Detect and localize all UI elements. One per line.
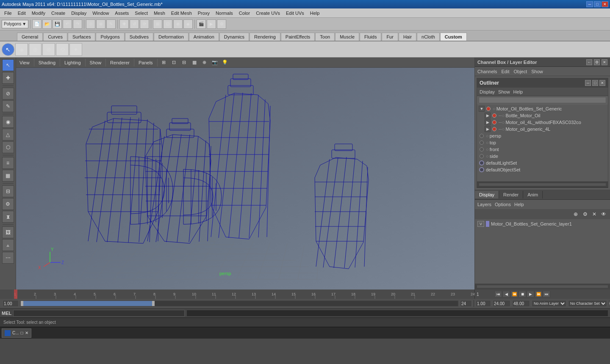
shelf-icon-select[interactable]: ↖ [2,43,14,56]
render-settings-button[interactable]: ⚙ [217,19,226,29]
tree-label-top[interactable]: top [490,140,606,145]
tree-expand-4[interactable]: ▶ [485,126,491,132]
select-tool-button[interactable]: ⊹ [86,19,95,29]
menu-file[interactable]: File [2,10,14,17]
outliner-maximize[interactable]: □ [592,80,598,86]
shelf-icon-1[interactable]: ◈ [15,43,28,56]
menu-normals[interactable]: Normals [213,10,236,17]
anim-end-display[interactable] [460,300,472,307]
vt-view[interactable]: View [18,60,31,66]
outliner-help[interactable]: Help [513,89,523,94]
mode-dropdown[interactable]: Polygons ▼ [2,20,28,28]
history[interactable]: ⧗ [2,211,14,223]
shelf-tab-toon[interactable]: Toon [315,33,335,41]
close-button[interactable]: ✕ [602,1,608,7]
tree-item-persp[interactable]: ○ persp [478,132,607,139]
vt-renderer[interactable]: Renderer [108,60,131,66]
select-tool-lt[interactable]: ↖ [2,59,14,71]
vt-lighting[interactable]: Lighting [63,60,83,66]
tree-item-front[interactable]: ○ front [478,146,607,153]
outliner-show[interactable]: Show [498,89,510,94]
vt-show[interactable]: Show [88,60,103,66]
tree-item-default-object[interactable]: defaultObjectSet [478,166,607,173]
tree-item-motor-oil-set[interactable]: ▼ ○ Motor_Oil_Bottles_Set_Generic [478,105,607,112]
character-set-select[interactable]: No Character Set [568,300,607,307]
render-lt[interactable]: 🖼 [2,226,14,238]
layer-vis-btn[interactable]: V [477,221,484,227]
menu-modify[interactable]: Modify [29,10,48,17]
hyper-graph[interactable]: ⟁ [2,239,14,251]
taskbar-close-1[interactable]: ✕ [25,331,28,335]
layer-scroll-track[interactable] [477,285,608,288]
tree-expand-2[interactable]: ▶ [485,113,491,119]
title-bar-controls[interactable]: ─ □ ✕ [586,1,608,7]
shelf-tab-deformation[interactable]: Deformation [154,33,189,41]
menu-assets[interactable]: Assets [112,10,131,17]
ipr-button[interactable]: ▶ [207,19,216,29]
tree-item-top[interactable]: ○ top [478,139,607,146]
shelf-icon-5[interactable]: ✦ [69,43,82,56]
edit-menu[interactable]: Edit [501,69,509,74]
move-tool-lt[interactable]: ✚ [2,72,14,84]
outliner-search-input[interactable] [479,97,606,103]
panel-min-button[interactable]: ← [586,59,592,65]
soft-select[interactable]: ⬡ [2,141,14,153]
outliner-display[interactable]: Display [480,89,495,94]
layer-row-1[interactable]: V Motor_Oil_Bottles_Set_Generic_layer1 [476,220,609,228]
shelf-icon-4[interactable]: ⟲ [56,43,69,56]
play-forward-button[interactable]: ▶ [527,291,534,298]
range-handle-right[interactable] [152,301,155,306]
shelf-icon-3[interactable]: ⊗ [42,43,55,56]
prev-frame-button[interactable]: ◀ [502,291,510,298]
shelf-tab-ncloth[interactable]: nCloth [417,33,440,41]
redo-button[interactable]: ↷ [73,19,82,29]
lasso-lt[interactable]: ⊘ [2,88,14,99]
panel-header-controls[interactable]: ← ⚙ ✕ [586,59,607,65]
lasso-button[interactable]: ⊗ [96,19,105,29]
shelf-tab-subdives[interactable]: Subdives [125,33,153,41]
snap-grid-button[interactable]: ⊞ [153,19,162,29]
menu-color[interactable]: Color [236,10,252,17]
shelf-icon-2[interactable]: ⊕ [29,43,42,56]
vt-icon-3[interactable]: ⊟ [180,59,188,66]
go-end-button[interactable]: ⏭ [543,291,550,298]
tree-label-object[interactable]: defaultObjectSet [486,167,606,172]
vt-icon-2[interactable]: ⊡ [170,59,178,66]
tree-expand-3[interactable]: ▶ [485,119,491,125]
tree-label-front[interactable]: front [490,147,606,152]
paint-select-button[interactable]: ✎ [106,19,116,29]
menu-edit[interactable]: Edit [15,10,28,17]
scroll-thumb[interactable] [479,183,606,186]
next-frame-button[interactable]: ⏩ [535,291,542,298]
shelf-tab-fluids[interactable]: Fluids [360,33,381,41]
layer-visibility[interactable]: 👁 [600,210,607,218]
layer-settings[interactable]: ⚙ [581,210,589,218]
channels-menu[interactable]: Channels [477,69,497,74]
taskbar-item-1[interactable]: C... □ ✕ [2,328,31,338]
tree-item-side[interactable]: ○ side [478,153,607,160]
tree-label-light[interactable]: defaultLightSet [486,160,606,165]
vt-icon-1[interactable]: ⊞ [160,59,168,66]
shelf-tab-custom[interactable]: Custom [440,33,467,41]
shelf-tab-curves[interactable]: Curves [43,33,67,41]
go-start-button[interactable]: ⏮ [494,291,502,298]
anim-layer-select[interactable]: No Anim Layer [532,300,566,307]
channel-box-lt[interactable]: ▦ [2,170,14,182]
menu-window[interactable]: Window [90,10,111,17]
tree-label-3[interactable]: Motor_oil_4L_withoutFBXASC032co [505,120,606,125]
options-menu[interactable]: Options [495,202,511,207]
menu-mesh[interactable]: Mesh [151,10,168,17]
snap-point-button[interactable]: ⊕ [173,19,183,29]
snap-view-button[interactable]: ◈ [183,19,193,29]
scale-tool-button[interactable]: ⟳ [140,19,149,29]
tree-label-4[interactable]: Motor_oil_generic_4L [505,127,606,132]
open-scene-button[interactable]: 📂 [42,19,52,29]
attr-editor[interactable]: ≡ [2,157,14,169]
tab-anim[interactable]: Anim [523,191,543,199]
menu-display[interactable]: Display [69,10,89,17]
range-end-input[interactable] [512,300,530,307]
maximize-button[interactable]: □ [594,1,601,7]
shelf-tab-polygons[interactable]: Polygons [96,33,124,41]
taskbar-min-1[interactable]: □ [21,331,23,335]
object-menu[interactable]: Object [513,69,527,74]
